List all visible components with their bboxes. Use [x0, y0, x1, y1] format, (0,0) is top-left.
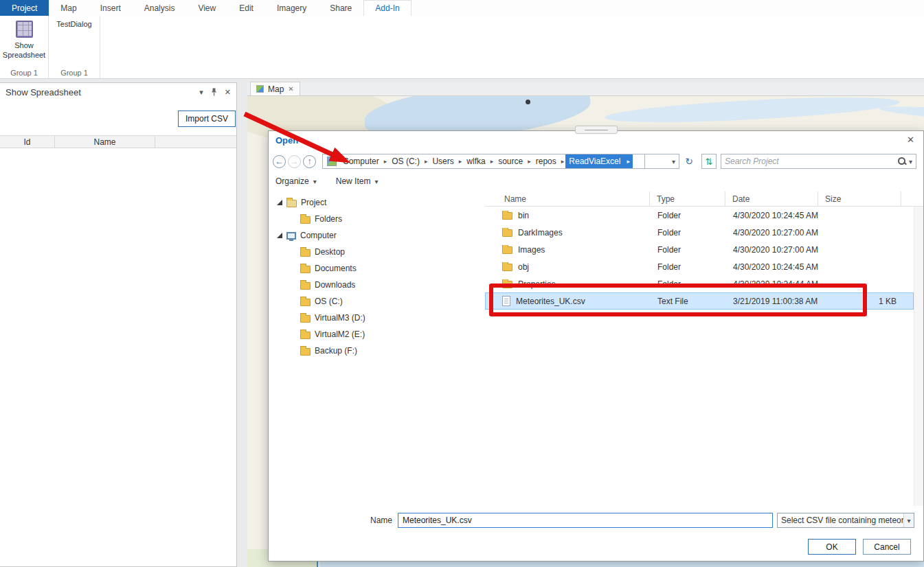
breadcrumb-arrow-icon[interactable]: ▸: [423, 154, 429, 168]
folder-icon: [502, 212, 512, 220]
ribbon-tab-insert[interactable]: Insert: [89, 0, 133, 16]
dialog-title: Open: [275, 135, 298, 146]
column-header-date[interactable]: Date: [725, 192, 818, 206]
chevron-down-icon[interactable]: ▾: [909, 158, 912, 165]
breadcrumb-arrow-icon[interactable]: ▸: [458, 154, 464, 168]
breadcrumb-arrow-icon[interactable]: ▸: [489, 154, 495, 168]
ribbon-group-1: Show Spreadsheet Group 1: [0, 16, 49, 78]
project-icon: [286, 200, 297, 207]
pane-menu-icon[interactable]: ▾: [199, 88, 203, 97]
breadcrumb-segment-computer[interactable]: Computer: [339, 154, 383, 168]
pin-icon[interactable]: [211, 88, 217, 97]
dialog-drag-grip[interactable]: [575, 126, 618, 134]
ribbon-tab-map[interactable]: Map: [49, 0, 88, 16]
file-name: Images: [518, 245, 545, 255]
file-row-meteorites-uk-csv[interactable]: Meteorites_UK.csvText File3/21/2019 11:0…: [485, 292, 914, 310]
view-tab-bar: Map ✕: [247, 82, 924, 96]
file-name-input[interactable]: [398, 513, 773, 528]
expander-icon[interactable]: [275, 198, 285, 207]
file-row-properties[interactable]: PropertiesFolder4/30/2020 10:24:44 AM: [485, 275, 914, 292]
breadcrumb-segment-source[interactable]: source: [495, 154, 526, 168]
column-header-name[interactable]: Name: [55, 136, 155, 148]
file-name-cell: DarkImages: [486, 228, 651, 238]
breadcrumb-segment-readviaexcel[interactable]: ReadViaExcel: [565, 154, 624, 168]
file-type: Folder: [651, 211, 726, 220]
ribbon-tab-analysis[interactable]: Analysis: [133, 0, 187, 16]
file-name-cell: bin: [486, 211, 651, 220]
expander-spacer: [289, 214, 299, 224]
tree-item-label: Documents: [315, 264, 357, 273]
file-type-filter-dropdown[interactable]: Select CSV file containing meteorit ▾: [777, 513, 914, 528]
ribbon-tab-imagery[interactable]: Imagery: [265, 0, 318, 16]
folder-icon: [300, 332, 311, 339]
ribbon: Show Spreadsheet Group 1 TestDialog Grou…: [0, 16, 924, 79]
map-tab-close-icon[interactable]: ✕: [288, 85, 293, 93]
breadcrumb-arrow-icon[interactable]: ▸: [526, 154, 532, 168]
show-spreadsheet-button[interactable]: Show Spreadsheet: [1, 18, 47, 62]
ribbon-tab-addin[interactable]: Add-In: [363, 0, 411, 16]
tree-item-documents[interactable]: Documents: [269, 260, 485, 277]
breadcrumb-segment-users[interactable]: Users: [429, 154, 457, 168]
column-header-type[interactable]: Type: [650, 192, 725, 206]
tree-item-virtualm3-d[interactable]: VirtualM3 (D:): [269, 310, 485, 326]
refresh-button[interactable]: ↻: [682, 154, 696, 168]
ribbon-group-label: Group 1: [60, 67, 88, 78]
file-row-darkimages[interactable]: DarkImagesFolder4/30/2020 10:27:00 AM: [485, 224, 914, 241]
tree-item-project[interactable]: Project: [269, 194, 485, 211]
tree-item-computer[interactable]: Computer: [269, 227, 485, 244]
file-list: Name Type Date Size binFolder4/30/2020 1…: [485, 192, 923, 506]
up-button[interactable]: ↑: [303, 155, 316, 168]
new-item-button[interactable]: New Item ▾: [336, 176, 379, 186]
column-header-id[interactable]: Id: [0, 136, 55, 148]
map-view-tab[interactable]: Map ✕: [250, 82, 300, 95]
search-input[interactable]: [725, 157, 895, 166]
dialog-close-icon[interactable]: ✕: [907, 135, 914, 145]
dialog-toolbar: Organize ▾ New Item ▾: [275, 174, 378, 189]
tree-item-downloads[interactable]: Downloads: [269, 277, 485, 293]
show-spreadsheet-button-label: Show Spreadsheet: [2, 40, 46, 60]
pane-close-icon[interactable]: ✕: [225, 88, 231, 97]
file-row-images[interactable]: ImagesFolder4/30/2020 10:27:00 AM: [485, 241, 914, 258]
breadcrumb-segment-wlfka[interactable]: wlfka: [463, 154, 488, 168]
expander-spacer: [289, 247, 299, 257]
ribbon-tab-view[interactable]: View: [186, 0, 227, 16]
forward-button[interactable]: →: [288, 155, 301, 168]
ok-button[interactable]: OK: [808, 539, 856, 555]
tree-item-os-c[interactable]: OS (C:): [269, 293, 485, 310]
column-header-size[interactable]: Size: [818, 192, 901, 206]
back-button[interactable]: ←: [273, 155, 286, 168]
breadcrumb-arrow-icon[interactable]: ▸: [560, 154, 566, 168]
ribbon-tab-project[interactable]: Project: [0, 0, 49, 16]
expander-spacer: [289, 264, 299, 273]
breadcrumb[interactable]: Computer▸OS (C:)▸Users▸wlfka▸source▸repo…: [322, 154, 645, 169]
organize-button[interactable]: Organize ▾: [275, 176, 317, 186]
column-header-name[interactable]: Name: [485, 192, 650, 206]
testdialog-button[interactable]: TestDialog: [52, 18, 97, 30]
breadcrumb-arrow-icon[interactable]: ▸: [383, 154, 389, 168]
tree-item-virtualm2-e[interactable]: VirtualM2 (E:): [269, 326, 485, 343]
tree-item-backup-f[interactable]: Backup (F:): [269, 343, 485, 359]
file-type: Folder: [651, 228, 726, 238]
expander-icon[interactable]: [275, 231, 285, 240]
ribbon-tab-bar: Project Map Insert Analysis View Edit Im…: [0, 0, 924, 16]
tree-item-desktop[interactable]: Desktop: [269, 244, 485, 260]
file-date: 3/21/2019 11:00:38 AM: [726, 297, 819, 306]
tree-item-folders[interactable]: Folders: [269, 211, 485, 227]
breadcrumb-history-dropdown[interactable]: ▾: [645, 154, 679, 169]
ribbon-tab-edit[interactable]: Edit: [227, 0, 265, 16]
breadcrumb-segment-repos[interactable]: repos: [532, 154, 560, 168]
file-type: Folder: [651, 279, 726, 289]
ribbon-tab-share[interactable]: Share: [318, 0, 363, 16]
tree-item-label: Computer: [300, 231, 337, 240]
import-csv-button[interactable]: Import CSV: [178, 111, 236, 127]
breadcrumb-arrow-icon[interactable]: ▸: [624, 154, 633, 168]
breadcrumb-segment-os-c[interactable]: OS (C:): [388, 154, 423, 168]
sort-button[interactable]: ⇅: [701, 154, 717, 169]
cancel-button[interactable]: Cancel: [863, 539, 911, 555]
file-row-bin[interactable]: binFolder4/30/2020 10:24:45 AM: [485, 207, 914, 224]
file-date: 4/30/2020 10:24:44 AM: [726, 279, 819, 289]
file-row-obj[interactable]: objFolder4/30/2020 10:24:45 AM: [485, 258, 914, 275]
folder-icon: [502, 281, 512, 288]
search-icon[interactable]: [897, 157, 907, 166]
file-list-scrollbar[interactable]: [914, 207, 923, 506]
